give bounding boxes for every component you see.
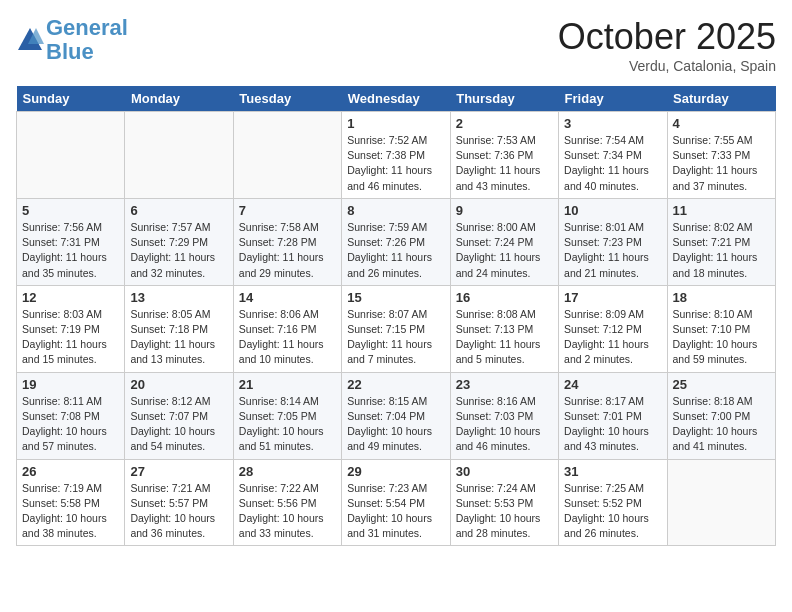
weekday-header-tuesday: Tuesday bbox=[233, 86, 341, 112]
day-info: Sunrise: 7:21 AM Sunset: 5:57 PM Dayligh… bbox=[130, 481, 227, 542]
day-number: 27 bbox=[130, 464, 227, 479]
weekday-row: SundayMondayTuesdayWednesdayThursdayFrid… bbox=[17, 86, 776, 112]
day-number: 4 bbox=[673, 116, 770, 131]
calendar-cell: 30Sunrise: 7:24 AM Sunset: 5:53 PM Dayli… bbox=[450, 459, 558, 546]
day-number: 24 bbox=[564, 377, 661, 392]
calendar-cell: 2Sunrise: 7:53 AM Sunset: 7:36 PM Daylig… bbox=[450, 112, 558, 199]
weekday-header-monday: Monday bbox=[125, 86, 233, 112]
day-number: 11 bbox=[673, 203, 770, 218]
day-info: Sunrise: 8:01 AM Sunset: 7:23 PM Dayligh… bbox=[564, 220, 661, 281]
calendar-cell bbox=[17, 112, 125, 199]
day-number: 2 bbox=[456, 116, 553, 131]
calendar-week-2: 5Sunrise: 7:56 AM Sunset: 7:31 PM Daylig… bbox=[17, 198, 776, 285]
day-number: 15 bbox=[347, 290, 444, 305]
logo-blue: Blue bbox=[46, 39, 94, 64]
day-info: Sunrise: 7:58 AM Sunset: 7:28 PM Dayligh… bbox=[239, 220, 336, 281]
day-number: 19 bbox=[22, 377, 119, 392]
day-number: 12 bbox=[22, 290, 119, 305]
day-info: Sunrise: 8:16 AM Sunset: 7:03 PM Dayligh… bbox=[456, 394, 553, 455]
day-info: Sunrise: 8:00 AM Sunset: 7:24 PM Dayligh… bbox=[456, 220, 553, 281]
calendar-body: 1Sunrise: 7:52 AM Sunset: 7:38 PM Daylig… bbox=[17, 112, 776, 546]
day-number: 29 bbox=[347, 464, 444, 479]
day-number: 6 bbox=[130, 203, 227, 218]
day-info: Sunrise: 8:14 AM Sunset: 7:05 PM Dayligh… bbox=[239, 394, 336, 455]
day-number: 13 bbox=[130, 290, 227, 305]
day-info: Sunrise: 8:17 AM Sunset: 7:01 PM Dayligh… bbox=[564, 394, 661, 455]
day-number: 31 bbox=[564, 464, 661, 479]
day-info: Sunrise: 8:02 AM Sunset: 7:21 PM Dayligh… bbox=[673, 220, 770, 281]
day-info: Sunrise: 7:25 AM Sunset: 5:52 PM Dayligh… bbox=[564, 481, 661, 542]
calendar-cell bbox=[125, 112, 233, 199]
day-number: 22 bbox=[347, 377, 444, 392]
calendar-week-5: 26Sunrise: 7:19 AM Sunset: 5:58 PM Dayli… bbox=[17, 459, 776, 546]
calendar-cell: 22Sunrise: 8:15 AM Sunset: 7:04 PM Dayli… bbox=[342, 372, 450, 459]
day-info: Sunrise: 7:52 AM Sunset: 7:38 PM Dayligh… bbox=[347, 133, 444, 194]
calendar-cell: 6Sunrise: 7:57 AM Sunset: 7:29 PM Daylig… bbox=[125, 198, 233, 285]
calendar-week-3: 12Sunrise: 8:03 AM Sunset: 7:19 PM Dayli… bbox=[17, 285, 776, 372]
day-number: 20 bbox=[130, 377, 227, 392]
day-number: 26 bbox=[22, 464, 119, 479]
calendar-cell: 10Sunrise: 8:01 AM Sunset: 7:23 PM Dayli… bbox=[559, 198, 667, 285]
title-block: October 2025 Verdu, Catalonia, Spain bbox=[558, 16, 776, 74]
calendar-cell: 11Sunrise: 8:02 AM Sunset: 7:21 PM Dayli… bbox=[667, 198, 775, 285]
weekday-header-friday: Friday bbox=[559, 86, 667, 112]
day-number: 17 bbox=[564, 290, 661, 305]
calendar-cell: 19Sunrise: 8:11 AM Sunset: 7:08 PM Dayli… bbox=[17, 372, 125, 459]
calendar-cell: 17Sunrise: 8:09 AM Sunset: 7:12 PM Dayli… bbox=[559, 285, 667, 372]
day-number: 1 bbox=[347, 116, 444, 131]
calendar-cell: 27Sunrise: 7:21 AM Sunset: 5:57 PM Dayli… bbox=[125, 459, 233, 546]
logo: General Blue bbox=[16, 16, 128, 64]
day-number: 10 bbox=[564, 203, 661, 218]
day-info: Sunrise: 8:06 AM Sunset: 7:16 PM Dayligh… bbox=[239, 307, 336, 368]
day-info: Sunrise: 8:03 AM Sunset: 7:19 PM Dayligh… bbox=[22, 307, 119, 368]
calendar-header: SundayMondayTuesdayWednesdayThursdayFrid… bbox=[17, 86, 776, 112]
day-info: Sunrise: 8:11 AM Sunset: 7:08 PM Dayligh… bbox=[22, 394, 119, 455]
calendar-cell: 26Sunrise: 7:19 AM Sunset: 5:58 PM Dayli… bbox=[17, 459, 125, 546]
calendar-cell: 29Sunrise: 7:23 AM Sunset: 5:54 PM Dayli… bbox=[342, 459, 450, 546]
day-number: 7 bbox=[239, 203, 336, 218]
day-info: Sunrise: 7:57 AM Sunset: 7:29 PM Dayligh… bbox=[130, 220, 227, 281]
calendar-cell: 3Sunrise: 7:54 AM Sunset: 7:34 PM Daylig… bbox=[559, 112, 667, 199]
day-info: Sunrise: 7:53 AM Sunset: 7:36 PM Dayligh… bbox=[456, 133, 553, 194]
day-number: 3 bbox=[564, 116, 661, 131]
day-number: 9 bbox=[456, 203, 553, 218]
day-info: Sunrise: 8:08 AM Sunset: 7:13 PM Dayligh… bbox=[456, 307, 553, 368]
day-number: 25 bbox=[673, 377, 770, 392]
logo-icon bbox=[16, 26, 44, 54]
calendar-cell: 21Sunrise: 8:14 AM Sunset: 7:05 PM Dayli… bbox=[233, 372, 341, 459]
month-title: October 2025 bbox=[558, 16, 776, 58]
calendar-table: SundayMondayTuesdayWednesdayThursdayFrid… bbox=[16, 86, 776, 546]
day-info: Sunrise: 8:18 AM Sunset: 7:00 PM Dayligh… bbox=[673, 394, 770, 455]
calendar-cell: 18Sunrise: 8:10 AM Sunset: 7:10 PM Dayli… bbox=[667, 285, 775, 372]
calendar-cell: 12Sunrise: 8:03 AM Sunset: 7:19 PM Dayli… bbox=[17, 285, 125, 372]
calendar-cell: 14Sunrise: 8:06 AM Sunset: 7:16 PM Dayli… bbox=[233, 285, 341, 372]
calendar-cell: 28Sunrise: 7:22 AM Sunset: 5:56 PM Dayli… bbox=[233, 459, 341, 546]
calendar-week-4: 19Sunrise: 8:11 AM Sunset: 7:08 PM Dayli… bbox=[17, 372, 776, 459]
calendar-cell: 24Sunrise: 8:17 AM Sunset: 7:01 PM Dayli… bbox=[559, 372, 667, 459]
page-header: General Blue October 2025 Verdu, Catalon… bbox=[16, 16, 776, 74]
location: Verdu, Catalonia, Spain bbox=[558, 58, 776, 74]
day-number: 5 bbox=[22, 203, 119, 218]
weekday-header-thursday: Thursday bbox=[450, 86, 558, 112]
day-info: Sunrise: 7:19 AM Sunset: 5:58 PM Dayligh… bbox=[22, 481, 119, 542]
day-info: Sunrise: 7:59 AM Sunset: 7:26 PM Dayligh… bbox=[347, 220, 444, 281]
weekday-header-sunday: Sunday bbox=[17, 86, 125, 112]
day-number: 16 bbox=[456, 290, 553, 305]
day-info: Sunrise: 7:55 AM Sunset: 7:33 PM Dayligh… bbox=[673, 133, 770, 194]
logo-general: General bbox=[46, 15, 128, 40]
day-number: 28 bbox=[239, 464, 336, 479]
calendar-cell bbox=[233, 112, 341, 199]
calendar-cell: 9Sunrise: 8:00 AM Sunset: 7:24 PM Daylig… bbox=[450, 198, 558, 285]
day-info: Sunrise: 7:23 AM Sunset: 5:54 PM Dayligh… bbox=[347, 481, 444, 542]
day-info: Sunrise: 8:07 AM Sunset: 7:15 PM Dayligh… bbox=[347, 307, 444, 368]
calendar-cell: 13Sunrise: 8:05 AM Sunset: 7:18 PM Dayli… bbox=[125, 285, 233, 372]
calendar-cell: 15Sunrise: 8:07 AM Sunset: 7:15 PM Dayli… bbox=[342, 285, 450, 372]
day-info: Sunrise: 8:15 AM Sunset: 7:04 PM Dayligh… bbox=[347, 394, 444, 455]
day-info: Sunrise: 8:05 AM Sunset: 7:18 PM Dayligh… bbox=[130, 307, 227, 368]
calendar-cell: 5Sunrise: 7:56 AM Sunset: 7:31 PM Daylig… bbox=[17, 198, 125, 285]
day-info: Sunrise: 8:12 AM Sunset: 7:07 PM Dayligh… bbox=[130, 394, 227, 455]
calendar-cell: 4Sunrise: 7:55 AM Sunset: 7:33 PM Daylig… bbox=[667, 112, 775, 199]
day-number: 30 bbox=[456, 464, 553, 479]
day-number: 14 bbox=[239, 290, 336, 305]
calendar-cell: 8Sunrise: 7:59 AM Sunset: 7:26 PM Daylig… bbox=[342, 198, 450, 285]
